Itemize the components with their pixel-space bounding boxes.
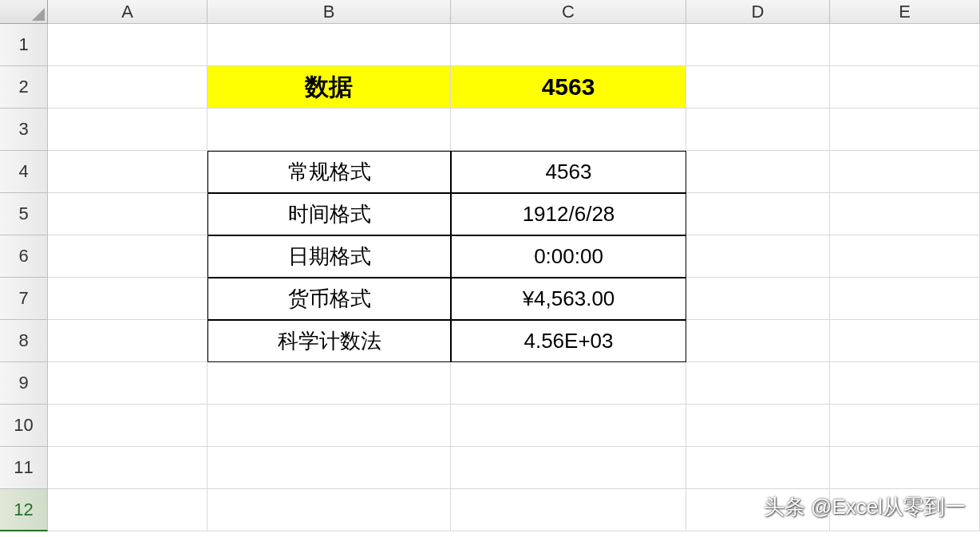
cell-d6[interactable] [686, 235, 830, 278]
column-header-a[interactable]: A [48, 0, 207, 24]
cell-e8[interactable] [830, 320, 980, 362]
cell-a2[interactable] [48, 66, 207, 109]
row-header-6[interactable]: 6 [0, 235, 48, 278]
cell-d11[interactable] [686, 447, 830, 489]
cell-e3[interactable] [830, 109, 980, 151]
cell-b1[interactable] [207, 24, 451, 66]
cell-b8[interactable]: 科学计数法 [207, 320, 451, 362]
cell-c7[interactable]: ¥4,563.00 [451, 278, 686, 320]
cell-a6[interactable] [48, 235, 207, 278]
cell-a8[interactable] [48, 320, 207, 362]
cell-e4[interactable] [830, 151, 980, 193]
cell-d4[interactable] [686, 151, 830, 193]
cell-d2[interactable] [686, 66, 830, 109]
cell-c5[interactable]: 1912/6/28 [451, 193, 686, 235]
cell-a12[interactable] [48, 489, 207, 531]
column-header-d[interactable]: D [686, 0, 830, 24]
cell-a10[interactable] [48, 405, 207, 447]
cell-b2[interactable]: 数据 [207, 66, 451, 109]
cell-e12[interactable] [830, 489, 980, 531]
cell-b4[interactable]: 常规格式 [207, 151, 451, 193]
column-header-e[interactable]: E [830, 0, 980, 24]
cell-a1[interactable] [48, 24, 207, 66]
cell-d1[interactable] [686, 24, 830, 66]
cell-e9[interactable] [830, 362, 980, 405]
cell-c12[interactable] [451, 489, 686, 531]
cell-e6[interactable] [830, 235, 980, 278]
cell-b12[interactable] [207, 489, 451, 531]
spreadsheet-grid: A B C D E 1 2 数据 4563 3 4 常规格式 4563 5 时间… [0, 0, 980, 531]
row-header-1[interactable]: 1 [0, 24, 48, 66]
cell-b11[interactable] [207, 447, 451, 489]
cell-c4[interactable]: 4563 [451, 151, 686, 193]
cell-b7[interactable]: 货币格式 [207, 278, 451, 320]
cell-e11[interactable] [830, 447, 980, 489]
cell-e10[interactable] [830, 405, 980, 447]
cell-c11[interactable] [451, 447, 686, 489]
cell-a11[interactable] [48, 447, 207, 489]
cell-a9[interactable] [48, 362, 207, 405]
row-header-4[interactable]: 4 [0, 151, 48, 193]
cell-e7[interactable] [830, 278, 980, 320]
row-header-10[interactable]: 10 [0, 405, 48, 447]
cell-a4[interactable] [48, 151, 207, 193]
cell-c6[interactable]: 0:00:00 [451, 235, 686, 278]
cell-a7[interactable] [48, 278, 207, 320]
cell-d7[interactable] [686, 278, 830, 320]
row-header-12[interactable]: 12 [0, 489, 48, 531]
cell-e2[interactable] [830, 66, 980, 109]
cell-b3[interactable] [207, 109, 451, 151]
column-header-c[interactable]: C [451, 0, 686, 24]
row-header-3[interactable]: 3 [0, 109, 48, 151]
row-header-8[interactable]: 8 [0, 320, 48, 362]
row-header-9[interactable]: 9 [0, 362, 48, 405]
cell-b9[interactable] [207, 362, 451, 405]
row-header-11[interactable]: 11 [0, 447, 48, 489]
cell-a5[interactable] [48, 193, 207, 235]
cell-c3[interactable] [451, 109, 686, 151]
cell-b5[interactable]: 时间格式 [207, 193, 451, 235]
cell-a3[interactable] [48, 109, 207, 151]
cell-d5[interactable] [686, 193, 830, 235]
cell-d8[interactable] [686, 320, 830, 362]
cell-d3[interactable] [686, 109, 830, 151]
cell-c1[interactable] [451, 24, 686, 66]
cell-c2[interactable]: 4563 [451, 66, 686, 109]
cell-b10[interactable] [207, 405, 451, 447]
cell-d10[interactable] [686, 405, 830, 447]
select-all-corner[interactable] [0, 0, 48, 24]
cell-b6[interactable]: 日期格式 [207, 235, 451, 278]
cell-c10[interactable] [451, 405, 686, 447]
cell-c8[interactable]: 4.56E+03 [451, 320, 686, 362]
cell-d9[interactable] [686, 362, 830, 405]
row-header-2[interactable]: 2 [0, 66, 48, 109]
row-header-7[interactable]: 7 [0, 278, 48, 320]
cell-d12[interactable] [686, 489, 830, 531]
row-header-5[interactable]: 5 [0, 193, 48, 235]
column-header-b[interactable]: B [207, 0, 451, 24]
cell-e5[interactable] [830, 193, 980, 235]
cell-e1[interactable] [830, 24, 980, 66]
cell-c9[interactable] [451, 362, 686, 405]
